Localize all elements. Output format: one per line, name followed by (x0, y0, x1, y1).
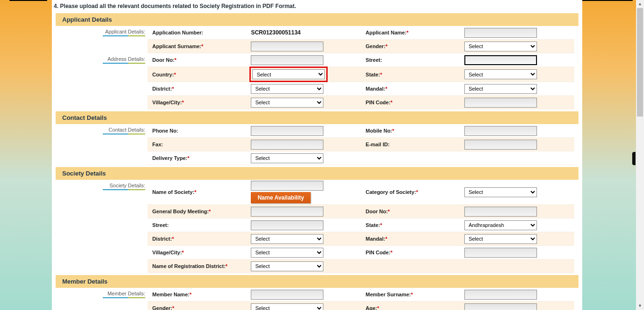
applicant-details-side-text: Applicant Details: (105, 29, 145, 34)
label-delivery: Delivery Type:* (148, 152, 247, 164)
member-surname-input[interactable] (464, 290, 537, 300)
req-star: * (385, 236, 387, 242)
member-gender-text: Gender: (152, 305, 172, 310)
req-star: * (411, 292, 413, 297)
state-select[interactable]: Select (464, 69, 537, 79)
empty-label (361, 155, 461, 161)
delivery-text: Delivery Type: (152, 155, 187, 161)
underline-decor (103, 134, 145, 134)
label-soc-door: Door No:* (361, 206, 461, 217)
row-village: Village/City:* Select PIN Code:* (148, 96, 574, 109)
row-surname: Applicant Surname:* Gender:* Select (148, 40, 574, 53)
pin-input[interactable] (464, 98, 537, 108)
society-side-text: Society Details: (109, 183, 145, 188)
age-input[interactable] (464, 303, 537, 310)
applicant-name-input[interactable] (464, 28, 537, 38)
soc-district-select[interactable]: Select (251, 234, 323, 244)
member-name-input[interactable] (251, 290, 323, 300)
row-district: District:* Select Mandal:* Select (148, 82, 574, 96)
country-select-wrap: Select (247, 67, 361, 82)
empty-ctrl (461, 265, 574, 267)
soc-door-input[interactable] (464, 207, 537, 217)
label-soc-street: Street: (148, 219, 247, 231)
label-mobile: Mobile No:* (361, 125, 461, 136)
scroll-thumb[interactable] (637, 8, 643, 117)
scroll-up-icon[interactable]: ▲ (636, 0, 644, 8)
phone-input[interactable] (251, 126, 323, 136)
req-star: * (209, 209, 211, 214)
regdist-select-wrap: Select (247, 260, 361, 272)
village-select[interactable]: Select (251, 98, 323, 108)
right-edge-tab[interactable] (632, 152, 636, 165)
soc-district-select-wrap: Select (247, 233, 361, 245)
surname-text: Applicant Surname: (152, 43, 201, 49)
gender-select[interactable]: Select (464, 42, 537, 51)
empty-ctrl (461, 157, 574, 159)
label-soc-state: State:* (361, 219, 461, 231)
country-select[interactable]: Select (252, 69, 325, 79)
label-society-name: Name of Society:* (148, 186, 247, 198)
district-select[interactable]: Select (251, 84, 323, 94)
society-name-text: Name of Society: (152, 189, 194, 195)
society-side-label: Society Details: (56, 180, 148, 190)
member-gender-select[interactable]: Select (251, 303, 323, 310)
soc-street-input[interactable] (251, 220, 323, 230)
label-gbm: General Body Meeting:* (148, 206, 247, 217)
address-details-side-text: Address Details: (107, 56, 145, 62)
label-member-name: Member Name:* (148, 289, 247, 300)
row-soc-district: District:* Select Mandal:* Select (148, 232, 574, 246)
email-input[interactable] (464, 140, 537, 150)
street-input[interactable] (464, 55, 537, 65)
member-surname-text: Member Surname: (366, 292, 411, 297)
member-side-text: Member Details: (107, 291, 145, 296)
label-street: Street: (361, 54, 461, 66)
label-state: State:* (361, 69, 461, 80)
applicant-section-header: Applicant Details (56, 13, 578, 26)
applicant-details-side-label: Applicant Details: (56, 26, 148, 36)
fax-input-wrap (247, 139, 361, 151)
country-text: Country: (152, 72, 174, 77)
req-star: * (225, 263, 227, 269)
soc-village-select[interactable]: Select (251, 248, 323, 258)
underline-decor (103, 189, 145, 190)
mandal-select[interactable]: Select (464, 84, 537, 94)
req-star: * (194, 189, 196, 195)
soc-pin-input[interactable] (464, 248, 537, 258)
row-regdist: Name of Registration District:* Select (148, 260, 574, 273)
input-surname-wrap (247, 41, 361, 52)
label-door: Door No:* (148, 54, 247, 66)
surname-input[interactable] (251, 42, 323, 51)
gender-text: Gender: (366, 43, 386, 49)
label-soc-village: Village/City:* (148, 247, 247, 258)
req-star: * (390, 250, 392, 255)
mobile-input-wrap (461, 125, 574, 137)
soc-mandal-text: Mandal: (366, 236, 386, 242)
req-star: * (174, 57, 176, 63)
mobile-input[interactable] (464, 126, 537, 136)
label-age: Age:* (361, 302, 461, 310)
delivery-select[interactable]: Select (251, 153, 323, 163)
scroll-down-icon[interactable]: ▼ (636, 302, 644, 310)
vertical-scrollbar[interactable]: ▲ ▼ (636, 0, 644, 310)
door-input[interactable] (251, 55, 323, 65)
req-star: * (172, 305, 174, 310)
category-text: Category of Society: (366, 189, 416, 195)
fax-input[interactable] (251, 140, 323, 150)
gbm-text: General Body Meeting: (152, 209, 209, 214)
applicant-name-text: Applicant Name: (366, 30, 407, 35)
member-surname-input-wrap (461, 289, 574, 301)
regdist-select[interactable]: Select (251, 261, 323, 271)
society-name-input[interactable] (251, 181, 323, 191)
name-availability-button[interactable]: Name Availability (251, 192, 310, 203)
category-select[interactable]: Select (464, 187, 537, 197)
label-soc-pin: PIN Code:* (361, 247, 461, 258)
row-country: Country:* Select State:* Select (148, 67, 574, 82)
soc-mandal-select[interactable]: Select (464, 234, 537, 244)
society-section-header: Society Details (56, 167, 578, 180)
soc-state-select[interactable]: Andhrapradesh (464, 220, 537, 230)
soc-state-select-wrap: Andhrapradesh (461, 219, 574, 231)
pin-input-wrap (461, 97, 574, 109)
req-star: * (380, 222, 382, 228)
gbm-input[interactable] (251, 207, 323, 217)
top-strip-left (9, 0, 47, 1)
